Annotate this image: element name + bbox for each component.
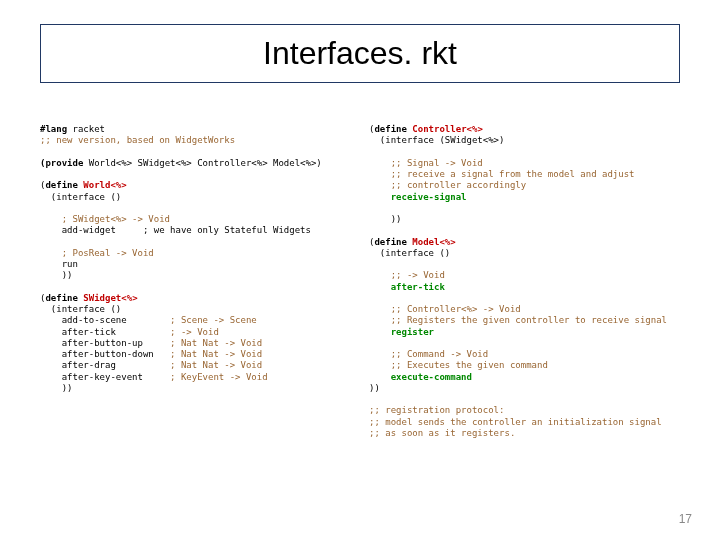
kw-define: define [45, 180, 78, 190]
txt: )) [369, 214, 402, 224]
kw-define: define [374, 237, 407, 247]
page-title: Interfaces. rkt [263, 35, 457, 71]
comment: ; -> Void [170, 327, 219, 337]
page-number: 17 [679, 512, 692, 526]
txt: )) [40, 270, 73, 280]
comment: ;; as soon as it registers. [369, 428, 515, 438]
comment: ;; model sends the controller an initial… [369, 417, 662, 427]
iface-world: World<%> [83, 180, 126, 190]
comment: ;; registration protocol: [369, 405, 504, 415]
method-register: register [369, 327, 434, 337]
comment: ;; Executes the given command [369, 360, 548, 370]
txt: after-drag [40, 360, 170, 370]
kw-define: define [45, 293, 78, 303]
slide: Interfaces. rkt #lang racket ;; new vers… [0, 0, 720, 540]
txt: )) [40, 383, 73, 393]
txt: (interface () [369, 248, 450, 258]
iface-swidget: SWidget<%> [83, 293, 137, 303]
comment: ; KeyEvent -> Void [170, 372, 268, 382]
txt: (interface (SWidget<%>) [369, 135, 504, 145]
txt: racket [73, 124, 106, 134]
txt: add-widget ; we have only Stateful Widge… [40, 225, 311, 235]
txt: after-button-down [40, 349, 170, 359]
title-box: Interfaces. rkt [40, 24, 680, 83]
comment: ;; Registers the given controller to rec… [369, 315, 667, 325]
iface-model: Model<%> [412, 237, 455, 247]
method-execute-command: execute-command [369, 372, 472, 382]
code-right-column: (define Controller<%> (interface (SWidge… [369, 124, 680, 439]
txt: after-key-event [40, 372, 170, 382]
txt: after-tick [40, 327, 170, 337]
comment: ;; new version, based on WidgetWorks [40, 135, 235, 145]
txt: after-button-up [40, 338, 170, 348]
comment: ;; -> Void [369, 270, 445, 280]
txt: World<%> SWidget<%> Controller<%> Model<… [83, 158, 321, 168]
kw-provide: (provide [40, 158, 83, 168]
txt [170, 214, 175, 224]
txt: (interface () [40, 192, 121, 202]
comment: ; Scene -> Scene [170, 315, 257, 325]
kw-hashlang: #lang [40, 124, 67, 134]
comment: ; PosReal -> Void [40, 248, 154, 258]
kw-define: define [374, 124, 407, 134]
comment: ;; Command -> Void [369, 349, 488, 359]
iface-controller: Controller<%> [412, 124, 482, 134]
comment: ;; Controller<%> -> Void [369, 304, 521, 314]
txt: run [40, 259, 78, 269]
txt [154, 248, 159, 258]
txt: (interface () [40, 304, 121, 314]
code-area: #lang racket ;; new version, based on Wi… [40, 124, 680, 439]
comment: ; Nat Nat -> Void [170, 360, 262, 370]
code-left-column: #lang racket ;; new version, based on Wi… [40, 124, 351, 439]
comment: ; Nat Nat -> Void [170, 338, 262, 348]
txt: add-to-scene [40, 315, 170, 325]
method-after-tick: after-tick [369, 282, 445, 292]
txt: )) [369, 383, 380, 393]
method-receive-signal: receive-signal [369, 192, 467, 202]
comment: ; SWidget<%> -> Void [40, 214, 170, 224]
comment: ;; controller accordingly [369, 180, 526, 190]
comment: ; Nat Nat -> Void [170, 349, 262, 359]
comment: ;; receive a signal from the model and a… [369, 169, 635, 179]
comment: ;; Signal -> Void [369, 158, 483, 168]
